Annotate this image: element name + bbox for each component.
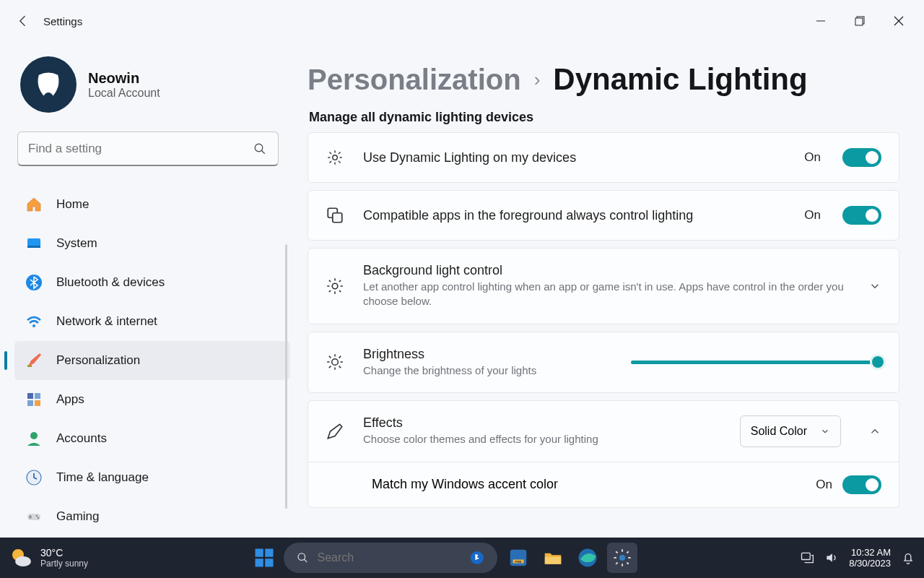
- sidebar-item-system[interactable]: System: [0, 224, 296, 263]
- svg-line-42: [339, 356, 341, 358]
- svg-rect-47: [256, 558, 263, 566]
- sidebar-item-network[interactable]: Network & internet: [0, 302, 296, 341]
- avatar-icon: [32, 69, 64, 100]
- toggle-use-dynamic-lighting[interactable]: [842, 148, 881, 167]
- maximize-button[interactable]: [840, 4, 879, 38]
- svg-point-44: [15, 556, 31, 566]
- svg-rect-32: [333, 213, 342, 223]
- sidebar-item-gaming[interactable]: Gaming: [0, 497, 296, 536]
- taskbar: 30°C Partly sunny PRE 10:32 AM 8/30/2023: [0, 538, 924, 578]
- sidebar-item-personalization[interactable]: Personalization: [14, 341, 290, 380]
- sidebar-item-label: Home: [56, 197, 89, 212]
- sidebar-item-label: Gaming: [56, 509, 100, 524]
- notifications-icon[interactable]: [901, 551, 915, 565]
- sidebar-item-label: Personalization: [56, 353, 140, 368]
- card-title: Brightness: [363, 347, 614, 362]
- sidebar-item-label: Apps: [56, 392, 84, 407]
- svg-rect-58: [802, 553, 811, 559]
- brightness-icon: [326, 352, 346, 372]
- person-icon: [25, 429, 43, 448]
- svg-rect-12: [27, 365, 32, 367]
- clock-globe-icon: [25, 468, 43, 487]
- sidebar-item-apps[interactable]: Apps: [0, 380, 296, 419]
- card-subtitle: Let another app control lighting when an…: [363, 280, 851, 309]
- cast-icon[interactable]: [800, 551, 814, 565]
- search-icon: [297, 551, 308, 565]
- taskbar-app-settings[interactable]: [607, 543, 637, 573]
- toggle-match-accent[interactable]: [842, 475, 881, 494]
- taskbar-app-edge[interactable]: [572, 543, 603, 573]
- svg-point-33: [332, 283, 338, 289]
- chevron-down-icon: [868, 280, 881, 293]
- minimize-icon: [816, 16, 826, 26]
- chevron-right-icon: ›: [534, 69, 541, 91]
- sidebar-item-bluetooth[interactable]: Bluetooth & devices: [0, 263, 296, 302]
- titlebar: Settings: [0, 0, 924, 42]
- toggle-state-label: On: [816, 478, 832, 492]
- apps-icon: [25, 390, 43, 409]
- preview-icon: PRE: [507, 547, 529, 569]
- sidebar-scrollbar[interactable]: [285, 244, 287, 509]
- taskbar-clock[interactable]: 10:32 AM 8/30/2023: [849, 547, 891, 569]
- svg-rect-48: [265, 558, 273, 566]
- bing-chat-icon: [470, 549, 484, 566]
- taskbar-app-preview[interactable]: PRE: [503, 543, 533, 573]
- toggle-state-label: On: [804, 208, 821, 223]
- breadcrumb-parent[interactable]: Personalization: [308, 64, 521, 96]
- taskbar-search-input[interactable]: [317, 551, 461, 564]
- taskbar-weather[interactable]: 30°C Partly sunny: [9, 545, 88, 570]
- svg-line-28: [339, 161, 341, 163]
- wifi-icon: [25, 312, 43, 331]
- minimize-button[interactable]: [801, 4, 840, 38]
- sidebar-item-time[interactable]: Time & language: [0, 458, 296, 497]
- sidebar-item-label: Accounts: [56, 431, 107, 446]
- toggle-compatible-apps[interactable]: [842, 206, 881, 225]
- gear-icon: [326, 276, 346, 296]
- windows-icon: [253, 547, 275, 569]
- svg-line-41: [329, 366, 331, 368]
- edge-icon: [577, 547, 598, 569]
- volume-icon[interactable]: [824, 551, 839, 565]
- maximize-icon: [855, 16, 865, 26]
- close-button[interactable]: [879, 4, 918, 38]
- card-background-light-control[interactable]: Background light control Let another app…: [308, 248, 899, 324]
- svg-line-39: [329, 356, 331, 358]
- svg-rect-16: [35, 400, 40, 406]
- effects-dropdown[interactable]: Solid Color: [740, 415, 841, 447]
- toggle-state-label: On: [804, 150, 821, 165]
- chevron-up-icon[interactable]: [868, 425, 881, 438]
- back-button[interactable]: [6, 4, 40, 38]
- card-title: Compatible apps in the foreground always…: [363, 208, 787, 223]
- avatar: [20, 56, 77, 113]
- folder-icon: [542, 547, 564, 569]
- sidebar-item-accounts[interactable]: Accounts: [0, 419, 296, 458]
- profile-block[interactable]: Neowin Local Account: [0, 51, 296, 126]
- brightness-slider[interactable]: [631, 361, 881, 364]
- start-button[interactable]: [250, 544, 278, 571]
- gamepad-icon: [25, 507, 43, 526]
- sidebar-item-label: Bluetooth & devices: [56, 275, 165, 290]
- taskbar-search[interactable]: [284, 543, 497, 573]
- search-box[interactable]: [17, 131, 279, 166]
- svg-rect-45: [256, 549, 263, 557]
- svg-point-21: [38, 517, 40, 519]
- sidebar-item-home[interactable]: Home: [0, 185, 296, 224]
- close-icon: [894, 16, 904, 26]
- gear-icon: [612, 548, 632, 568]
- taskbar-app-explorer[interactable]: [538, 543, 568, 573]
- search-icon: [253, 142, 268, 156]
- home-icon: [25, 195, 43, 214]
- clock-time: 10:32 AM: [849, 547, 891, 558]
- apps-overlap-icon: [326, 205, 346, 225]
- nav-list: Home System Bluetooth & devices Network …: [0, 185, 296, 536]
- card-title: Match my Windows accent color: [372, 477, 816, 492]
- weather-temp: 30°C: [40, 547, 88, 558]
- card-title: Effects: [363, 415, 723, 431]
- clock-date: 8/30/2023: [849, 558, 891, 569]
- slider-thumb[interactable]: [872, 356, 884, 368]
- svg-line-27: [329, 152, 331, 154]
- sidebar-item-label: Network & internet: [56, 314, 157, 329]
- search-input[interactable]: [28, 142, 246, 156]
- card-title: Background light control: [363, 263, 851, 278]
- window-title: Settings: [43, 15, 82, 27]
